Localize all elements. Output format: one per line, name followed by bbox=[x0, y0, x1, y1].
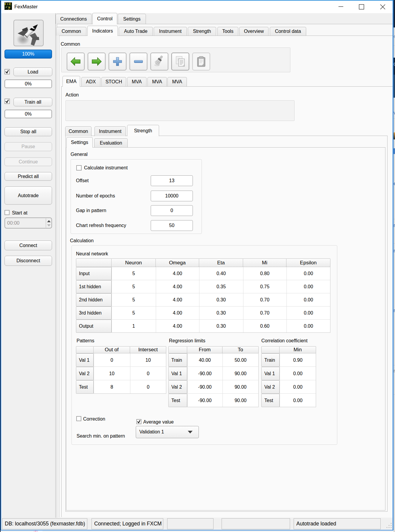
svg-text:?: ? bbox=[8, 6, 10, 10]
svg-text:€: € bbox=[4, 2, 6, 6]
svg-text:s: s bbox=[7, 2, 8, 5]
